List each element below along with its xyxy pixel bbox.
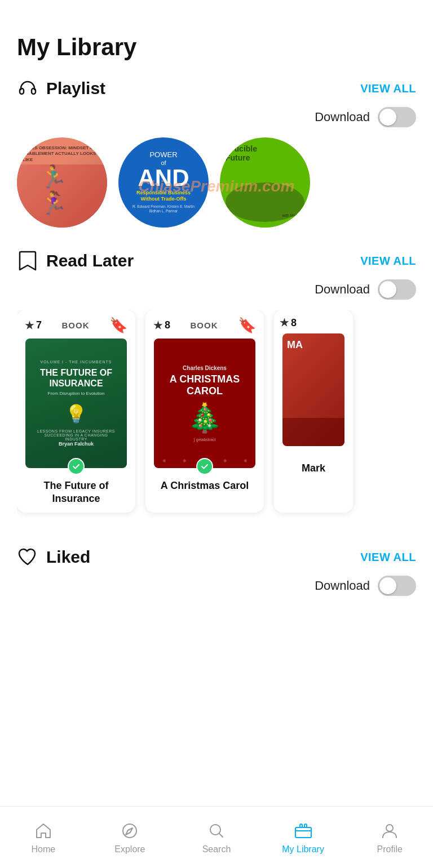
nav-label-home: Home <box>31 844 55 854</box>
playlist-items[interactable]: SALES OBSESSION: MINDSET OF ENABLEMENT A… <box>17 137 416 233</box>
foi-author: Bryan Falchuk <box>59 441 94 447</box>
nav-item-search[interactable]: Search <box>173 821 260 854</box>
read-later-header: Read Later VIEW ALL <box>17 250 416 271</box>
book-cover: Charles Dickens A CHRISTMAS CAROL 🎄 } ge… <box>154 339 255 468</box>
book-rating-value: 7 <box>36 319 42 331</box>
playlist-section: Playlist VIEW ALL Download SALES OBSESSI… <box>0 72 433 233</box>
playlist-view-all[interactable]: VIEW ALL <box>360 82 416 95</box>
playlist-title: Playlist <box>46 79 105 98</box>
future-host: with Matt Aid <box>282 213 304 217</box>
playlist-download-label: Download <box>315 110 370 124</box>
home-icon <box>33 821 54 841</box>
book-card-header: ★ 8 BOOK 🔖 <box>145 310 264 339</box>
playlist-download-toggle[interactable] <box>378 107 416 127</box>
star-icon: ★ <box>25 319 34 332</box>
playlist-item[interactable]: CrucibleFuture with Matt Aid <box>220 137 310 228</box>
partial-book-title-overlay: MA <box>287 339 303 351</box>
book-rating-value: 8 <box>165 319 170 331</box>
playlist-item-1-inner: SALES OBSESSION: MINDSET OF ENABLEMENT A… <box>17 137 107 228</box>
headphones-icon <box>17 78 38 99</box>
book-rating-value: 8 <box>291 317 297 329</box>
book-rating: ★ 8 <box>280 317 297 329</box>
book-card[interactable]: ★ 8 MA Mark <box>274 310 353 513</box>
cc-getabstract: } getabstract <box>194 438 216 442</box>
power-and-big: AND <box>138 166 189 190</box>
book-title: The Future of Insurance <box>17 473 135 505</box>
nav-label-search: Search <box>202 844 231 854</box>
partial-cover-bottom <box>282 418 344 446</box>
page-title: My Library <box>0 0 433 72</box>
liked-header: Liked VIEW ALL <box>17 546 416 568</box>
book-type: BOOK <box>191 321 218 330</box>
my-library-icon <box>293 821 313 841</box>
book-rating: ★ 7 <box>25 319 42 332</box>
read-later-title: Read Later <box>46 251 134 270</box>
bookmark-icon <box>17 250 38 271</box>
foi-bulb: 💡 <box>65 403 87 425</box>
foi-volume: VOLUME I - THE INCUMBENTS <box>41 360 112 364</box>
explore-icon <box>120 821 140 841</box>
liked-download-label: Download <box>315 578 370 593</box>
completed-badge <box>68 458 85 475</box>
bookmarked-icon[interactable]: 🔖 <box>238 317 256 334</box>
playlist-download-row: Download <box>17 107 416 127</box>
runners-silhouette: 🏃‍♂️🏃‍♀️ <box>39 163 85 216</box>
nav-item-my-library[interactable]: My Library <box>260 821 347 854</box>
nav-label-explore: Explore <box>114 844 145 854</box>
crucible-future-text: CrucibleFuture <box>226 144 304 162</box>
book-rating: ★ 8 <box>153 319 170 332</box>
playlist-header: Playlist VIEW ALL <box>17 78 416 99</box>
playlist-item[interactable]: SALES OBSESSION: MINDSET OF ENABLEMENT A… <box>17 137 107 228</box>
svg-point-2 <box>123 824 136 838</box>
book-card-header: ★ 7 BOOK 🔖 <box>17 310 135 339</box>
read-later-download-label: Download <box>315 282 370 297</box>
search-icon <box>206 821 227 841</box>
nav-label-my-library: My Library <box>282 844 324 854</box>
nav-label-profile: Profile <box>377 844 402 854</box>
nav-item-profile[interactable]: Profile <box>346 821 433 854</box>
nav-item-home[interactable]: Home <box>0 821 87 854</box>
power-and-subtitle: Responsible BusinessWithout Trade-Offs <box>136 190 191 202</box>
nav-item-explore[interactable]: Explore <box>87 821 174 854</box>
star-icon: ★ <box>280 317 289 329</box>
profile-icon <box>379 821 400 841</box>
read-later-download-toggle[interactable] <box>378 279 416 300</box>
read-later-download-row: Download <box>17 279 416 300</box>
playlist-header-left: Playlist <box>17 78 105 99</box>
bottom-nav: Home Explore Search <box>0 806 433 868</box>
liked-section: Liked VIEW ALL Download <box>0 535 433 606</box>
book-cover-container: VOLUME I - THE INCUMBENTS THE FUTURE OF … <box>25 339 127 468</box>
svg-point-5 <box>386 825 393 831</box>
book-type: BOOK <box>62 321 90 330</box>
liked-download-row: Download <box>17 576 416 596</box>
power-and-prefix: POWER <box>149 151 177 159</box>
cc-author: Charles Dickens <box>183 365 227 371</box>
book-cover-container: Charles Dickens A CHRISTMAS CAROL 🎄 } ge… <box>154 339 255 468</box>
read-later-view-all[interactable]: VIEW ALL <box>360 255 416 268</box>
liked-download-toggle[interactable] <box>378 576 416 596</box>
book-card[interactable]: ★ 7 BOOK 🔖 VOLUME I - THE INCUMBENTS THE… <box>17 310 135 513</box>
book-title: A Christmas Carol <box>155 473 254 492</box>
book-card-header: ★ 8 <box>274 310 353 333</box>
power-and-author: R. Edward Freeman, Kirsten E. MartinBidh… <box>132 204 195 214</box>
bookmarked-icon[interactable]: 🔖 <box>109 317 127 334</box>
svg-rect-4 <box>295 827 311 838</box>
cc-wreath: 🎄 <box>187 402 222 434</box>
liked-view-all[interactable]: VIEW ALL <box>360 551 416 564</box>
liked-title: Liked <box>46 547 90 567</box>
playlist-item-1-text: SALES OBSESSION: MINDSET OF ENABLEMENT A… <box>23 145 101 163</box>
foi-subtitle: From Disruption to Evolution <box>48 391 105 397</box>
foi-byline: LESSONS FROM LEGACY INSURERSSUCCEEDING I… <box>33 429 119 441</box>
playlist-item[interactable]: POWER of AND Responsible BusinessWithout… <box>118 137 209 228</box>
heart-icon <box>17 546 38 568</box>
read-later-header-left: Read Later <box>17 250 134 271</box>
page-wrapper: My Library Playlist VIEW ALL Download <box>0 0 433 868</box>
liked-header-left: Liked <box>17 546 90 568</box>
svg-rect-0 <box>20 88 24 94</box>
completed-badge <box>196 458 213 475</box>
book-card[interactable]: ★ 8 BOOK 🔖 Charles Dickens A CHRISTMAS C… <box>145 310 264 513</box>
star-icon: ★ <box>153 319 162 332</box>
cc-title: A CHRISTMAS CAROL <box>160 373 250 397</box>
read-later-section: Read Later VIEW ALL Download ★ 7 BOOK 🔖 <box>0 244 433 518</box>
books-scroll[interactable]: ★ 7 BOOK 🔖 VOLUME I - THE INCUMBENTS THE… <box>17 310 416 518</box>
